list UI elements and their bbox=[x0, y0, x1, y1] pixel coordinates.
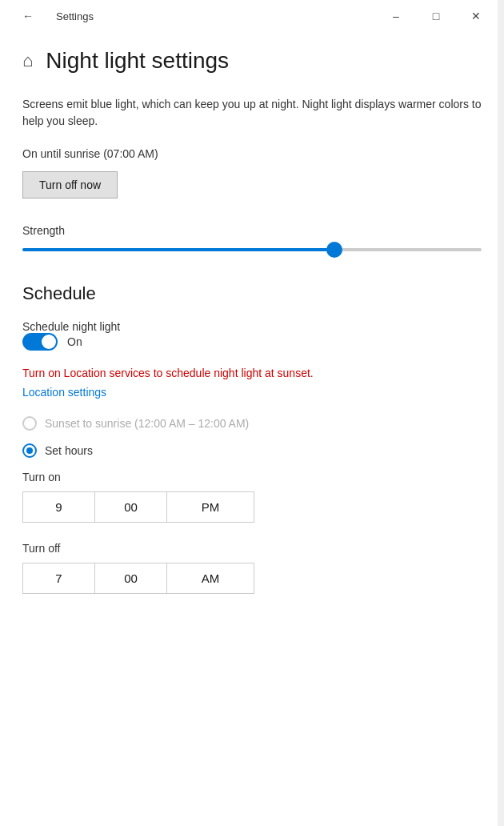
close-button[interactable]: ✕ bbox=[458, 4, 494, 28]
status-text: On until sunrise (07:00 AM) bbox=[22, 147, 482, 160]
turn-off-hour[interactable]: 7 bbox=[22, 563, 94, 594]
turn-on-inputs: 9 00 PM bbox=[22, 491, 270, 523]
turn-off-minute[interactable]: 00 bbox=[94, 563, 166, 594]
turn-on-section: Turn on 9 00 PM bbox=[22, 471, 482, 523]
toggle-state-label: On bbox=[67, 335, 82, 348]
set-hours-radio-option[interactable]: Set hours bbox=[22, 443, 482, 458]
turn-on-minute[interactable]: 00 bbox=[94, 491, 166, 523]
slider-thumb[interactable] bbox=[326, 242, 342, 258]
title-bar-left: ← Settings bbox=[10, 4, 94, 28]
slider-track bbox=[22, 248, 482, 251]
title-bar-controls: – □ ✕ bbox=[378, 4, 494, 28]
sunset-radio-circle[interactable] bbox=[22, 416, 37, 431]
scrollbar[interactable] bbox=[498, 0, 504, 826]
turn-off-section: Turn off 7 00 AM bbox=[22, 542, 482, 594]
maximize-button[interactable]: □ bbox=[418, 4, 454, 28]
set-hours-radio-circle[interactable] bbox=[22, 443, 37, 458]
turn-on-hour[interactable]: 9 bbox=[22, 491, 94, 523]
turn-off-now-button[interactable]: Turn off now bbox=[22, 171, 118, 198]
turn-on-ampm[interactable]: PM bbox=[166, 491, 254, 523]
main-content: ⌂ Night light settings Screens emit blue… bbox=[0, 32, 504, 645]
turn-off-inputs: 7 00 AM bbox=[22, 563, 270, 594]
location-settings-link[interactable]: Location settings bbox=[22, 386, 106, 399]
sunset-radio-label: Sunset to sunrise (12:00 AM – 12:00 AM) bbox=[45, 417, 249, 430]
turn-off-ampm[interactable]: AM bbox=[166, 563, 254, 594]
strength-slider-container bbox=[22, 248, 482, 251]
toggle-knob bbox=[42, 335, 56, 349]
sunset-radio-option[interactable]: Sunset to sunrise (12:00 AM – 12:00 AM) bbox=[22, 416, 482, 431]
location-warning: Turn on Location services to schedule ni… bbox=[22, 365, 482, 382]
schedule-heading: Schedule bbox=[22, 283, 482, 304]
schedule-toggle[interactable] bbox=[22, 333, 58, 351]
title-bar-title: Settings bbox=[56, 10, 94, 22]
turn-off-label: Turn off bbox=[22, 542, 482, 555]
title-bar: ← Settings – □ ✕ bbox=[0, 0, 504, 32]
turn-on-label: Turn on bbox=[22, 471, 482, 483]
slider-fill bbox=[22, 248, 334, 251]
schedule-night-light-label: Schedule night light bbox=[22, 320, 482, 333]
page-title: Night light settings bbox=[46, 48, 229, 74]
toggle-row: On bbox=[22, 333, 482, 351]
home-icon[interactable]: ⌂ bbox=[22, 50, 33, 71]
back-button[interactable]: ← bbox=[10, 4, 46, 28]
minimize-button[interactable]: – bbox=[378, 4, 414, 28]
page-description: Screens emit blue light, which can keep … bbox=[22, 96, 482, 130]
page-title-row: ⌂ Night light settings bbox=[22, 48, 482, 74]
set-hours-radio-label: Set hours bbox=[45, 444, 93, 457]
strength-label: Strength bbox=[22, 224, 482, 237]
